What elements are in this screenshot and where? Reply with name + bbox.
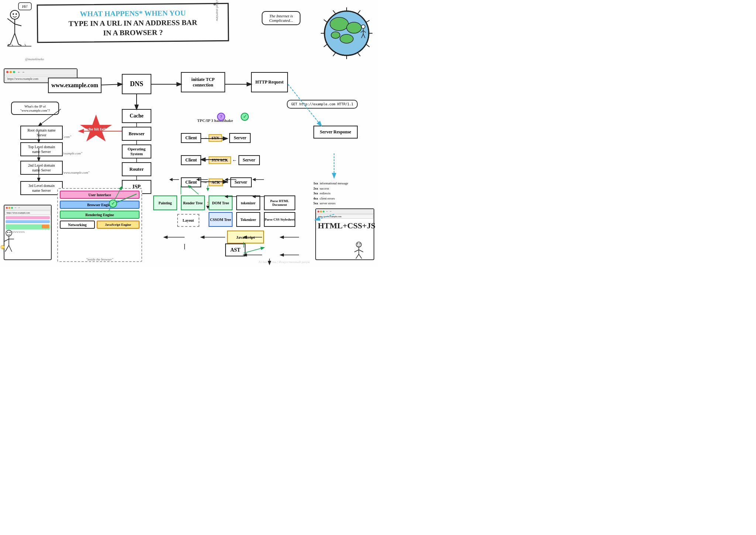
- layout-box: Layout: [177, 214, 199, 227]
- arrow-left-2: ←: [232, 157, 237, 163]
- cache-layer-browser: Browser: [122, 127, 151, 141]
- http-request-box: HTTP Request: [251, 72, 288, 92]
- checkmark-badge-1: ✓: [241, 113, 249, 121]
- com-label: ".com": [62, 135, 71, 139]
- handshake-row-2: Client ← SYN ACK ← Server: [181, 155, 260, 165]
- parse-html-box: Parse HTML Document: [264, 195, 295, 210]
- handshake-row-3: Client → ACK → Server: [181, 177, 252, 187]
- svg-line-57: [366, 44, 370, 47]
- svg-point-48: [330, 17, 348, 31]
- get-request-cloud: GET http://example.com HTTP/1.1: [287, 100, 358, 109]
- handshake-row-1: Client → SYN → Server: [181, 133, 251, 143]
- url-box: www.example.com: [48, 78, 102, 93]
- server-response-box: Server Response: [313, 126, 358, 139]
- svg-line-78: [9, 245, 12, 252]
- browser-engine-layer: Browser Engine: [60, 201, 140, 209]
- svg-line-77: [5, 245, 9, 252]
- svg-text:💡: 💡: [1, 246, 4, 249]
- svg-line-40: [15, 33, 18, 44]
- browser-dot-yellow: [10, 71, 12, 73]
- parse-css-box: Parse CSS Stylesheet: [264, 212, 295, 227]
- arrow-right-1: →: [202, 135, 207, 141]
- render-tree-box: Render Tree: [181, 195, 205, 210]
- client-2: Client: [181, 155, 201, 165]
- svg-point-83: [360, 243, 361, 245]
- http-codes-list: 1xx informational message 2xx success 3x…: [313, 181, 361, 206]
- title-box: * What Happens* When You Type In A URL I…: [37, 3, 229, 43]
- svg-point-72: [7, 232, 8, 233]
- svg-line-55: [366, 20, 370, 22]
- cache-hit-failed-badge: Cache hit failed: [79, 115, 113, 144]
- svg-point-50: [340, 34, 353, 43]
- svg-line-42: [18, 44, 21, 45]
- code-2xx: 2xx success: [313, 186, 361, 191]
- svg-point-51: [331, 32, 340, 38]
- svg-point-34: [13, 13, 14, 15]
- tokenizer-2-box: Tokenizer: [236, 212, 260, 227]
- cache-layer-router: Router: [122, 162, 151, 176]
- painting-box: Painting: [153, 195, 177, 210]
- main-title: What Happens* When You Type In A URL In …: [45, 8, 221, 38]
- dns-box: DNS: [122, 74, 151, 94]
- syn-ack-badge: SYN ACK: [209, 156, 231, 164]
- svg-line-63: [324, 20, 327, 22]
- code-3xx: 3xx redirects: [313, 191, 361, 196]
- cssom-tree-box: CSSOM Tree: [209, 212, 233, 227]
- svg-line-46: [25, 44, 26, 46]
- example-label: "example.com": [62, 151, 82, 155]
- dom-tree-box: DOM Tree: [209, 195, 233, 210]
- handshake-label: TPC/IP 3 handshake: [196, 118, 234, 123]
- svg-point-65: [361, 25, 365, 28]
- svg-line-0: [102, 84, 122, 85]
- question-badge: ?: [217, 113, 225, 121]
- svg-point-73: [10, 232, 11, 233]
- syn-badge: SYN: [209, 134, 222, 142]
- author-label: @manekineko: [25, 57, 44, 61]
- rendering-engine-layer: Rendering Engine: [60, 211, 140, 219]
- cache-layer-os: Operating System: [122, 144, 151, 159]
- client-1: Client: [181, 133, 201, 143]
- ast-box: AST: [225, 243, 245, 256]
- checkmark-badge-2: ✓: [109, 200, 117, 208]
- svg-line-64: [333, 10, 336, 14]
- stick-figure-left: Hi!: [7, 2, 33, 50]
- browser-dot-red: [6, 71, 8, 73]
- browser-dot-green: [13, 71, 15, 73]
- main-canvas: * What Happens* When You Type In A URL I…: [0, 0, 378, 268]
- svg-point-82: [357, 243, 358, 245]
- svg-text:Hi!: Hi!: [22, 4, 28, 8]
- svg-line-85: [354, 250, 359, 252]
- code-5xx: 5xx server errors: [313, 201, 361, 206]
- stick-figure-bottom-left: 💡: [1, 229, 17, 258]
- server-1: Server: [229, 133, 251, 143]
- js-engine-layer: JavaScript Engine: [97, 221, 140, 229]
- javascript-box: JavaScript: [227, 231, 264, 243]
- output-browser: ← → https://www.example.com HTML+CSS+JS: [315, 208, 374, 260]
- inside-browser-label: "inside the browser": [86, 258, 113, 261]
- svg-line-87: [356, 254, 359, 259]
- internet-speech-bubble: The Internet is Complicated...: [262, 11, 300, 25]
- server-3: Server: [230, 177, 252, 187]
- http-codes-box: 1xx informational message 2xx success 3x…: [313, 181, 361, 206]
- server-2: Server: [238, 155, 260, 165]
- nav-arrows: ← →: [17, 70, 25, 74]
- arrow-right-3: →: [202, 180, 207, 185]
- svg-line-38: [15, 24, 21, 26]
- brief-overview-label: * a brief overview: [216, 0, 220, 21]
- svg-point-71: [6, 230, 12, 236]
- client-3: Client: [181, 177, 201, 187]
- tld-dns-server: Top Level domain name Server: [20, 142, 63, 156]
- svg-point-33: [10, 10, 19, 19]
- svg-line-86: [359, 250, 363, 252]
- third-level-dns: 3rd Level domain name Server: [20, 181, 63, 195]
- networking-layer: Networking: [60, 221, 95, 229]
- svg-line-27: [244, 248, 264, 253]
- svg-point-35: [16, 13, 17, 15]
- watermark: AI Intellectus | Искусственный разум: [258, 260, 310, 264]
- globe-icon: [321, 7, 372, 59]
- svg-line-75: [4, 239, 9, 242]
- arrow-right-2: →: [223, 135, 228, 141]
- tokenizer-box: tokenizer: [236, 195, 260, 210]
- svg-line-58: [358, 53, 360, 56]
- svg-line-54: [358, 10, 360, 14]
